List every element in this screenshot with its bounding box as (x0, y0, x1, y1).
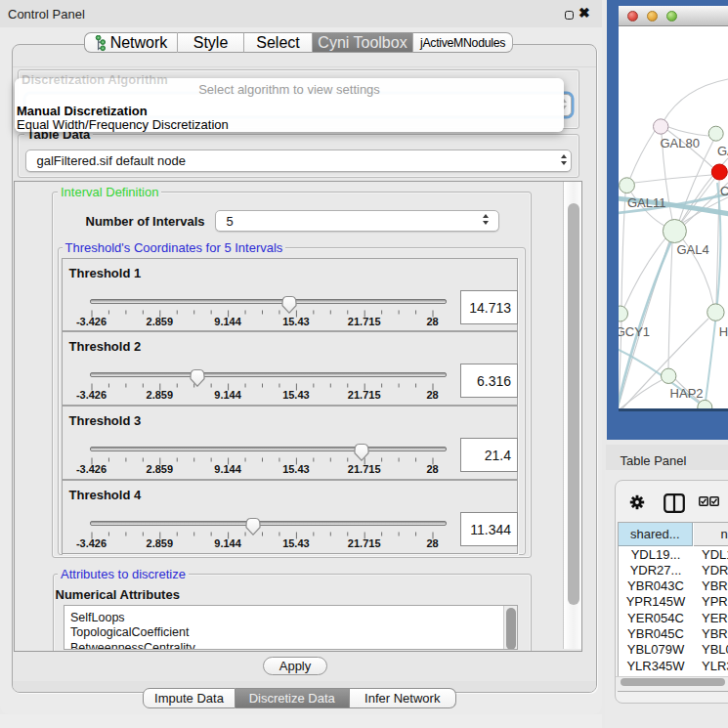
svg-text:GCY1: GCY1 (619, 324, 650, 339)
svg-text:H: H (719, 324, 728, 339)
svg-text:C: C (720, 184, 728, 198)
svg-text:GAL80: GAL80 (661, 136, 700, 150)
svg-text:HAP2: HAP2 (670, 386, 704, 401)
svg-text:GA: GA (717, 144, 728, 158)
svg-text:GAL4: GAL4 (676, 242, 708, 257)
svg-text:GAL11: GAL11 (627, 195, 666, 210)
